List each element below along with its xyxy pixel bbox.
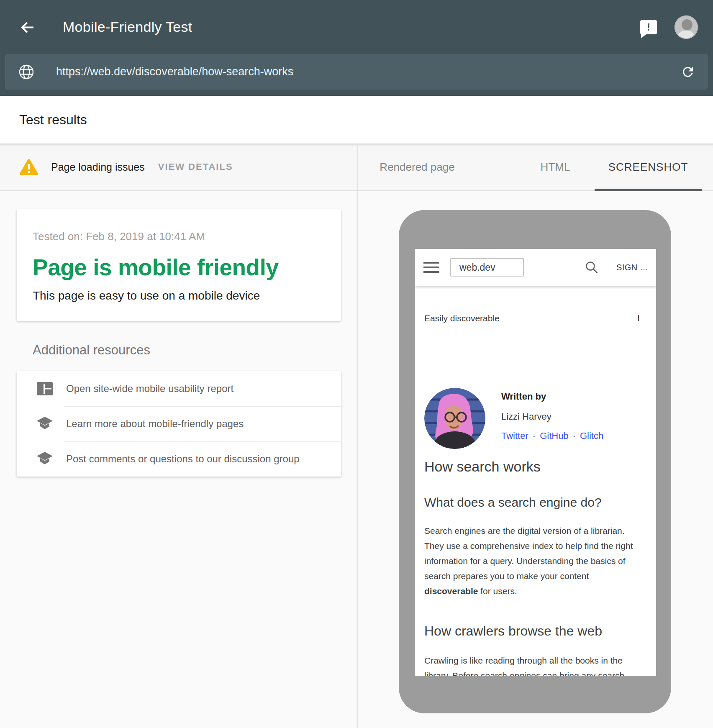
url-text: https://web.dev/discoverable/how-search-… [56, 65, 680, 78]
app-title-row: Mobile-Friendly Test ! [0, 0, 713, 54]
search-icon[interactable] [585, 260, 599, 274]
resource-label: Open site-wide mobile usability report [66, 383, 233, 395]
resource-label: Learn more about mobile-friendly pages [66, 418, 244, 430]
view-details-button[interactable]: VIEW DETAILS [158, 161, 233, 172]
tab-screenshot[interactable]: SCREENSHOT [608, 144, 688, 190]
feedback-button[interactable]: ! [640, 20, 657, 34]
refresh-icon[interactable] [680, 64, 695, 79]
status-bar: Page loading issues VIEW DETAILS [0, 144, 357, 191]
written-by-label: Written by [501, 391, 603, 402]
page-loading-issues-row: Page loading issues VIEW DETAILS [19, 159, 233, 175]
article-paragraph-clipped: Crawling is like reading through all the… [424, 653, 640, 676]
article-paragraph: Search engines are the digital version o… [424, 523, 640, 599]
paragraph-bold-text: discoverable [424, 586, 478, 596]
verdict-description: This page is easy to use on a mobile dev… [33, 289, 324, 302]
site-search-field[interactable]: web.dev [450, 258, 524, 277]
preview-tabs-bar: Rendered page HTML SCREENSHOT [358, 144, 713, 191]
app-header: Mobile-Friendly Test ! https://web.dev/d… [0, 0, 713, 96]
mobile-site-header: web.dev SIGN ... [415, 249, 656, 286]
app-title: Mobile-Friendly Test [63, 19, 192, 35]
author-links: Twitter·GitHub·Glitch [501, 431, 603, 441]
warning-icon [19, 159, 38, 175]
author-block: Written by Lizzi Harvey Twitter·GitHub·G… [424, 388, 640, 449]
link-separator: · [533, 431, 536, 441]
article-title: How search works [424, 457, 640, 476]
exclamation-icon: ! [647, 22, 650, 32]
resource-item-discussion-group[interactable]: Post comments or questions to our discus… [17, 441, 341, 477]
user-avatar[interactable] [675, 15, 698, 39]
back-arrow-icon [19, 19, 36, 36]
verdict-text: Page is mobile friendly [33, 254, 324, 281]
resource-item-usability-report[interactable]: Open site-wide mobile usability report [17, 371, 341, 406]
resource-item-learn-more[interactable]: Learn more about mobile-friendly pages [17, 406, 341, 441]
author-avatar [424, 388, 485, 449]
left-column: Page loading issues VIEW DETAILS Tested … [0, 144, 358, 728]
back-button[interactable] [18, 18, 37, 36]
phone-mockup: web.dev SIGN ... Easily discoverable I [399, 210, 671, 713]
paragraph-text: Search engines are the digital version o… [424, 526, 633, 581]
section-heading-crawlers: How crawlers browse the web [424, 622, 640, 640]
section-heading-search-engine: What does a search engine do? [424, 494, 640, 511]
link-separator: · [573, 431, 576, 441]
resources-heading: Additional resources [33, 343, 357, 358]
sign-in-button[interactable]: SIGN ... [616, 263, 648, 272]
report-icon [37, 382, 53, 395]
avatar-photo [675, 15, 698, 39]
menu-icon[interactable] [423, 261, 439, 273]
mobile-page-body: Easily discoverable I [415, 313, 656, 676]
glitch-link[interactable]: Glitch [580, 431, 603, 441]
phone-screen: web.dev SIGN ... Easily discoverable I [415, 249, 656, 676]
school-icon [37, 452, 53, 466]
author-info: Written by Lizzi Harvey Twitter·GitHub·G… [501, 388, 603, 449]
school-icon [37, 417, 53, 431]
results-heading-band: Test results [0, 96, 713, 144]
resources-card: Open site-wide mobile usability report L… [17, 371, 341, 477]
verdict-card: Tested on: Feb 8, 2019 at 10:41 AM Page … [17, 209, 341, 321]
paragraph-text: for users. [478, 586, 517, 596]
left-panel: Tested on: Feb 8, 2019 at 10:41 AM Page … [0, 191, 357, 728]
breadcrumb-row: Easily discoverable I [424, 313, 640, 324]
globe-icon [18, 64, 34, 80]
tab-rendered-page[interactable]: Rendered page [380, 144, 454, 190]
status-label: Page loading issues [51, 161, 145, 173]
breadcrumb-trailing: I [637, 313, 640, 324]
page-title: Test results [19, 112, 87, 128]
right-column: Rendered page HTML SCREENSHOT web.dev [358, 144, 713, 728]
resource-label: Post comments or questions to our discus… [66, 453, 300, 465]
breadcrumb[interactable]: Easily discoverable [424, 313, 500, 323]
github-link[interactable]: GitHub [540, 431, 568, 441]
url-bar[interactable]: https://web.dev/discoverable/how-search-… [5, 54, 708, 90]
author-name: Lizzi Harvey [501, 411, 603, 422]
screenshot-panel: web.dev SIGN ... Easily discoverable I [358, 191, 713, 728]
twitter-link[interactable]: Twitter [501, 431, 528, 441]
tested-on-timestamp: Tested on: Feb 8, 2019 at 10:41 AM [33, 230, 324, 243]
tab-html[interactable]: HTML [541, 144, 570, 190]
content-columns: Page loading issues VIEW DETAILS Tested … [0, 144, 713, 728]
